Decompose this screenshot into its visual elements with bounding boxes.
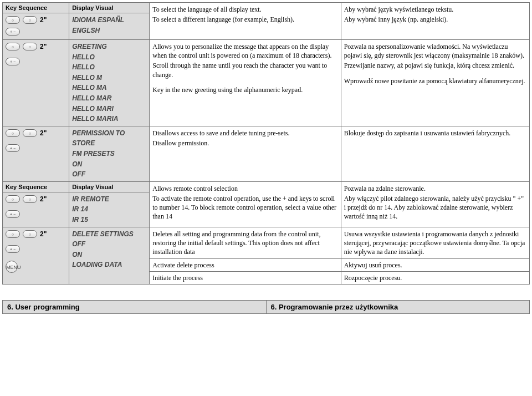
row2-dv: GREETING HELLO HELLO HELLO M HELLO MA HE… <box>69 40 150 126</box>
footer-left: 6. User programming <box>3 301 267 314</box>
header-display-visual-2: Display Visual <box>69 181 150 192</box>
row5-en-a: Deletes all setting and programming data… <box>150 227 341 259</box>
btn-icon: + − <box>6 144 20 152</box>
manual-table: Key Sequence Display Visual To select th… <box>2 2 530 285</box>
row5-pl-c: Rozpoczęcie procesu. <box>341 272 529 285</box>
row1-ks: ○○2" + − <box>3 13 69 40</box>
row2-en: Allows you to personalize the message th… <box>150 40 341 126</box>
header-key-sequence: Key Sequence <box>3 3 69 13</box>
row2-pl: Pozwala na spersonalizowanie wiadomości.… <box>341 40 529 126</box>
btn-icon: ○ <box>23 16 37 24</box>
header-display-visual: Display Visual <box>69 3 150 13</box>
row1-en: To select the language of all display te… <box>150 3 341 40</box>
row4-en: Allows remote control selection To activ… <box>150 181 341 227</box>
btn-icon: + − <box>6 245 20 253</box>
row1-dv: IDIOMA ESPAÑL ENGLSH <box>69 13 150 40</box>
btn-icon: ○ <box>6 195 20 203</box>
row5-dv: DELETE SETTINGS OFF ON LOADING DATA <box>69 227 150 285</box>
btn-icon: + − <box>6 58 20 65</box>
row3-dv: PERMISSION TO STORE FM PRESETS ON OFF <box>69 126 150 181</box>
btn-icon: ○ <box>23 230 37 238</box>
row5-en-b: Activate delete process <box>150 259 341 272</box>
btn-icon: ○ <box>6 16 20 24</box>
row4-ks: ○○2" + − <box>3 192 69 227</box>
row5-pl-b: Aktywuj usuń proces. <box>341 259 529 272</box>
row4-pl: Pozwala na zdalne sterowanie. Aby włączy… <box>341 181 529 227</box>
btn-icon: ○ <box>23 129 37 137</box>
row3-pl: Blokuje dostęp do zapisania i usuwania u… <box>341 126 529 181</box>
menu-button-icon: MENU <box>6 261 18 273</box>
footer-table: 6. User programming 6. Programowanie prz… <box>2 300 530 314</box>
btn-icon: ○ <box>6 129 20 137</box>
btn-icon: ○ <box>6 230 20 238</box>
footer-right: 6. Programowanie przez użytkownika <box>266 301 530 314</box>
row4-dv: IR REMOTE IR 14 IR 15 <box>69 192 150 227</box>
row2-ks: ○○2" + − <box>3 40 69 126</box>
row3-ks: ○○2" + − <box>3 126 69 181</box>
row3-en: Disallows access to save and delete tuni… <box>150 126 341 181</box>
row5-pl-a: Usuwa wszystkie ustawienia i programowan… <box>341 227 529 259</box>
header-key-sequence-2: Key Sequence <box>3 181 69 192</box>
btn-icon: + − <box>6 210 20 218</box>
row1-pl: Aby wybrać język wyświetlanego tekstu. A… <box>341 3 529 40</box>
row5-ks: ○○2" + − MENU <box>3 227 69 285</box>
btn-icon: + − <box>6 28 20 35</box>
btn-icon: ○ <box>23 195 37 203</box>
btn-icon: ○ <box>6 43 20 50</box>
row5-en-c: Initiate the process <box>150 272 341 285</box>
btn-icon: ○ <box>23 43 37 50</box>
